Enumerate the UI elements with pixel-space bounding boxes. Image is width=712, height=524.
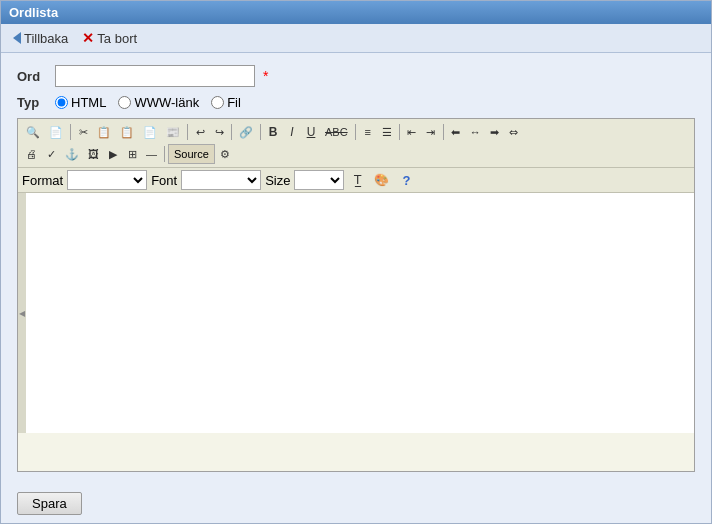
ed-paste2-button[interactable]: 📄 [139,122,161,142]
ed-image-button[interactable]: 🖼 [84,144,103,164]
back-label: Tillbaka [24,31,68,46]
ed-paste3-button[interactable]: 📰 [162,122,184,142]
rich-text-editor: 🔍 📄 ✂ 📋 📋 📄 📰 ↩ ↪ 🔗 [17,118,695,472]
sep4 [260,124,261,140]
font-select[interactable]: Arial Times [181,170,261,190]
editor-format-row: Format Paragraph Heading 1 Heading 2 Fon… [18,168,694,193]
sep6 [399,124,400,140]
editor-toolbar: 🔍 📄 ✂ 📋 📋 📄 📰 ↩ ↪ 🔗 [18,119,694,168]
ord-row: Ord * [17,65,695,87]
main-toolbar: Tillbaka ✕ Ta bort [1,24,711,53]
editor-left-resize[interactable]: ◀ [18,193,26,433]
ed-italic-button[interactable]: I [283,122,301,142]
format-select[interactable]: Paragraph Heading 1 Heading 2 [67,170,147,190]
delete-button[interactable]: ✕ Ta bort [78,28,141,48]
editor-main: ◀ [18,193,694,433]
ed-spell-button[interactable]: ✓ [42,144,60,164]
typ-radio-group: HTML WWW-länk Fil [55,95,241,110]
ed-help-button[interactable]: ? [397,170,415,190]
ed-redo-button[interactable]: ↪ [210,122,228,142]
radio-html[interactable] [55,96,68,109]
delete-icon: ✕ [82,30,94,46]
ed-indent-button[interactable]: ⇥ [422,122,440,142]
ed-undo-button[interactable]: ↩ [191,122,209,142]
ord-label: Ord [17,69,47,84]
editor-body[interactable] [26,193,694,433]
typ-label: Typ [17,95,47,110]
sep1 [70,124,71,140]
title-bar: Ordlista [1,1,711,24]
ed-magnifier-button[interactable]: 🔍 [22,122,44,142]
ed-bold-button[interactable]: B [264,122,282,142]
ed-copy-button[interactable]: 📋 [93,122,115,142]
editor-toolbar-row2: 🖨 ✓ ⚓ 🖼 ▶ ⊞ — Source ⚙ [20,143,692,165]
ed-print-button[interactable]: 🖨 [22,144,41,164]
ed-textcolor-button[interactable]: T̲ [348,170,366,190]
typ-row: Typ HTML WWW-länk Fil [17,95,695,110]
sep3 [231,124,232,140]
ed-bgcolor-button[interactable]: 🎨 [370,170,393,190]
sep8 [164,146,165,162]
ed-align-justify-button[interactable]: ⇔ [505,122,523,142]
radio-fil-label[interactable]: Fil [211,95,241,110]
ed-link-button[interactable]: 🔗 [235,122,257,142]
source-label: Source [174,148,209,160]
editor-toolbar-row1: 🔍 📄 ✂ 📋 📋 📄 📰 ↩ ↪ 🔗 [20,121,692,143]
ed-align-center-button[interactable]: ↔ [466,122,485,142]
ed-3d-button[interactable]: ⚙ [216,144,234,164]
main-window: Ordlista Tillbaka ✕ Ta bort Ord * Typ HT… [0,0,712,524]
sep2 [187,124,188,140]
radio-fil-text: Fil [227,95,241,110]
sep5 [355,124,356,140]
ed-doc-button[interactable]: 📄 [45,122,67,142]
ed-cut-button[interactable]: ✂ [74,122,92,142]
size-select[interactable]: 8 10 12 [294,170,344,190]
radio-fil[interactable] [211,96,224,109]
back-button[interactable]: Tillbaka [9,29,72,48]
format-label: Format [22,173,63,188]
radio-html-label[interactable]: HTML [55,95,106,110]
form-content: Ord * Typ HTML WWW-länk Fil [1,53,711,484]
sep7 [443,124,444,140]
ed-strike-button[interactable]: ABC [321,122,352,142]
ed-olist-button[interactable]: ≡ [359,122,377,142]
save-button[interactable]: Spara [17,492,82,515]
ed-paste-button[interactable]: 📋 [116,122,138,142]
radio-www-label[interactable]: WWW-länk [118,95,199,110]
ed-rule-button[interactable]: — [142,144,161,164]
ord-input[interactable] [55,65,255,87]
back-arrow-icon [13,32,21,44]
ed-underline-button[interactable]: U [302,122,320,142]
ed-align-left-button[interactable]: ⬅ [447,122,465,142]
ed-ulist-button[interactable]: ☰ [378,122,396,142]
ed-anchor-button[interactable]: ⚓ [61,144,83,164]
ed-outdent-button[interactable]: ⇤ [403,122,421,142]
save-row: Spara [1,484,711,523]
ed-source-button[interactable]: Source [168,144,215,164]
delete-label: Ta bort [97,31,137,46]
radio-www-text: WWW-länk [134,95,199,110]
window-title: Ordlista [9,5,58,20]
required-star: * [263,68,268,84]
radio-html-text: HTML [71,95,106,110]
ed-flash-button[interactable]: ▶ [104,144,122,164]
ed-align-right-button[interactable]: ➡ [486,122,504,142]
size-label: Size [265,173,290,188]
ed-table-button[interactable]: ⊞ [123,144,141,164]
radio-www[interactable] [118,96,131,109]
font-label: Font [151,173,177,188]
